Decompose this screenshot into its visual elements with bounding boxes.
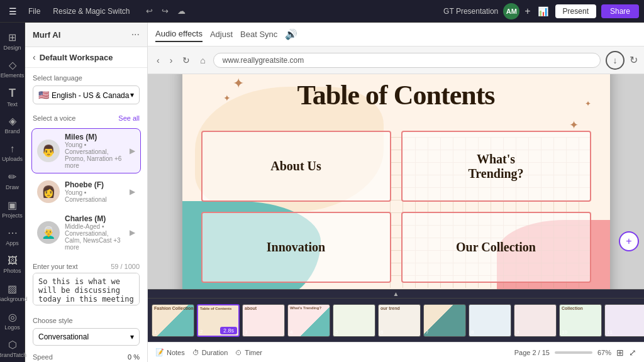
sidebar-item-text[interactable]: T Text — [1, 84, 24, 111]
voice-item-charles[interactable]: 👨‍🦳 Charles (M) Middle-Aged • Conversati… — [31, 210, 141, 255]
voice-info-miles: Miles (M) Young • Conversational, Promo,… — [65, 133, 125, 169]
sidebar-item-elements[interactable]: ◇ Elements — [1, 56, 24, 83]
redo-button[interactable]: ↪ — [159, 5, 171, 17]
speed-label: Speed — [33, 353, 53, 361]
browser-forward-button[interactable]: › — [167, 53, 175, 68]
add-collaborator-button[interactable]: + — [525, 6, 530, 17]
share-button[interactable]: Share — [601, 4, 639, 18]
top-bar: ☰ File Resize & Magic Switch ↩ ↪ ☁ GT Pr… — [0, 0, 644, 23]
voice-desc-charles: Middle-Aged • Conversational, Calm, News… — [65, 223, 125, 251]
sidebar-item-background[interactable]: ▨ Background — [1, 280, 24, 307]
style-select[interactable]: Conversational ▾ — [33, 328, 140, 346]
tab-beat-sync[interactable]: Beat Sync — [240, 27, 277, 41]
speaker-icon[interactable]: 🔊 — [285, 28, 297, 40]
add-element-button[interactable]: + — [619, 231, 639, 251]
voice-play-charles[interactable]: ▶ — [130, 228, 135, 237]
voice-name-miles: Miles (M) — [65, 133, 125, 141]
tab-audio-effects[interactable]: Audio effects — [155, 26, 203, 42]
duration-button[interactable]: ⏱ Duration — [192, 349, 228, 356]
browser-refresh-button[interactable]: ↻ — [180, 53, 192, 68]
text-input[interactable]: So this is what we will be discussing to… — [33, 273, 140, 305]
file-menu[interactable]: File — [23, 4, 45, 18]
voice-item-miles[interactable]: 👨 Miles (M) Young • Conversational, Prom… — [31, 128, 141, 173]
stats-icon[interactable]: 📊 — [536, 4, 550, 18]
browser-home-button[interactable]: ⌂ — [197, 53, 208, 68]
panel-options-button[interactable]: ··· — [131, 29, 140, 40]
zoom-slider[interactable] — [555, 351, 592, 354]
voice-play-phoebe[interactable]: ▶ — [130, 187, 135, 196]
voice-section-header: Select a voice See all — [25, 111, 147, 126]
content-box-our-collection[interactable]: Our Collection — [401, 212, 591, 283]
sidebar-item-draw[interactable]: ✏ Draw — [1, 168, 24, 195]
speed-section: Speed 0 % — [25, 349, 147, 362]
zoom-value: 67% — [597, 349, 611, 356]
film-thumb-2[interactable]: Table of Contents 2 2.8s — [197, 304, 240, 337]
sidebar-item-apps[interactable]: ⋯ Apps — [1, 224, 24, 251]
back-button[interactable]: ‹ — [33, 52, 36, 62]
sidebar-item-photos[interactable]: 🖼 Photos — [1, 251, 24, 278]
text-label-row: Enter your text 59 / 1000 — [33, 263, 140, 270]
top-bar-tools: ↩ ↪ ☁ — [143, 5, 188, 17]
filmstrip-collapse-bar[interactable]: ▲ — [148, 289, 644, 298]
grid-view-icon[interactable]: ⊞ — [616, 348, 624, 358]
film-thumb-7[interactable]: 7 — [423, 304, 466, 337]
canvas[interactable]: ✦ ✦ ✦ ✦ Table of Contents About Us What'… — [182, 74, 610, 289]
sidebar-item-projects[interactable]: ▣ Projects — [1, 195, 24, 222]
see-all-button[interactable]: See all — [118, 114, 140, 122]
voice-desc-miles: Young • Conversational, Promo, Narration… — [65, 141, 125, 169]
content-boxes: About Us What's Trending? Innovation Our… — [201, 131, 591, 283]
sidebar-item-design[interactable]: ⊞ Design — [1, 28, 24, 55]
sidebar-item-uploads[interactable]: ↑ Uploads — [1, 140, 24, 167]
sidebar-item-logos[interactable]: ◎ Logos — [1, 307, 24, 334]
time-badge-2: 2.8s — [220, 327, 237, 334]
resize-magic-menu[interactable]: Resize & Magic Switch — [48, 4, 135, 18]
draw-icon: ✏ — [8, 171, 16, 183]
voice-desc-phoebe: Young • Conversational — [65, 189, 125, 203]
content-box-whats-trending[interactable]: What's Trending? — [401, 131, 591, 202]
film-thumb-8[interactable]: 8 — [469, 304, 511, 337]
download-button[interactable]: ↓ — [606, 51, 625, 70]
voice-name-charles: Charles (M) — [65, 214, 125, 223]
voice-avatar-charles: 👨‍🦳 — [37, 221, 60, 244]
hamburger-icon[interactable]: ☰ — [5, 4, 21, 19]
language-label: Select language — [33, 74, 140, 82]
text-section: Enter your text 59 / 1000 So this is wha… — [25, 258, 147, 313]
sparkle-icon-3: ✦ — [569, 118, 579, 132]
content-box-about-us[interactable]: About Us — [201, 131, 391, 202]
film-thumb-1[interactable]: Fashion Collection 1 — [152, 304, 194, 337]
present-button[interactable]: Present — [555, 4, 596, 18]
voice-play-miles[interactable]: ▶ — [130, 146, 135, 155]
fit-view-icon[interactable]: ⤢ — [629, 348, 636, 358]
language-select[interactable]: 🇺🇸English - US & Canada ▾ — [33, 85, 140, 104]
duration-icon: ⏱ — [192, 349, 199, 356]
tab-adjust[interactable]: Adjust — [210, 27, 233, 41]
sidebar-item-brand[interactable]: ◈ Brand — [1, 112, 24, 139]
voice-item-phoebe[interactable]: 👩 Phoebe (F) Young • Conversational ▶ — [31, 176, 141, 207]
sidebar-item-brandtatch[interactable]: ⬡ BrandTatch — [1, 336, 24, 363]
film-thumb-9[interactable]: 9 — [514, 304, 557, 337]
voice-label: Select a voice — [33, 114, 75, 122]
apps-icon: ⋯ — [8, 227, 18, 239]
browser-back-button[interactable]: ‹ — [154, 53, 162, 68]
film-thumb-3[interactable]: about 3 — [242, 304, 285, 337]
avatar[interactable]: AM — [503, 3, 519, 19]
browser-reload-icon[interactable]: ↻ — [630, 54, 638, 66]
voice-name-phoebe: Phoebe (F) — [65, 180, 125, 189]
film-thumb-11[interactable]: 11 — [604, 304, 644, 337]
film-thumb-4[interactable]: What's Trending? 4 — [287, 304, 330, 337]
brandtatch-icon: ⬡ — [8, 339, 17, 351]
film-thumb-6[interactable]: our trend 6 — [378, 304, 421, 337]
content-box-innovation[interactable]: Innovation — [201, 212, 391, 283]
voice-avatar-phoebe: 👩 — [37, 180, 60, 203]
canvas-title: Table of Contents — [182, 79, 610, 111]
notes-button[interactable]: 📝 Notes — [155, 348, 185, 356]
browser-url-bar[interactable]: www.reallygreatsite.com — [213, 53, 601, 68]
timer-button[interactable]: ⏲ Timer — [235, 349, 262, 356]
top-bar-menu: ☰ File Resize & Magic Switch — [5, 4, 135, 19]
brand-icon: ◈ — [9, 115, 16, 127]
canvas-wrap: ✦ ✦ ✦ ✦ Table of Contents About Us What'… — [148, 74, 644, 289]
cloud-save-icon[interactable]: ☁ — [175, 5, 188, 17]
film-thumb-10[interactable]: Collection 10 — [559, 304, 602, 337]
undo-button[interactable]: ↩ — [143, 5, 155, 17]
film-thumb-5[interactable]: 5 — [333, 304, 375, 337]
